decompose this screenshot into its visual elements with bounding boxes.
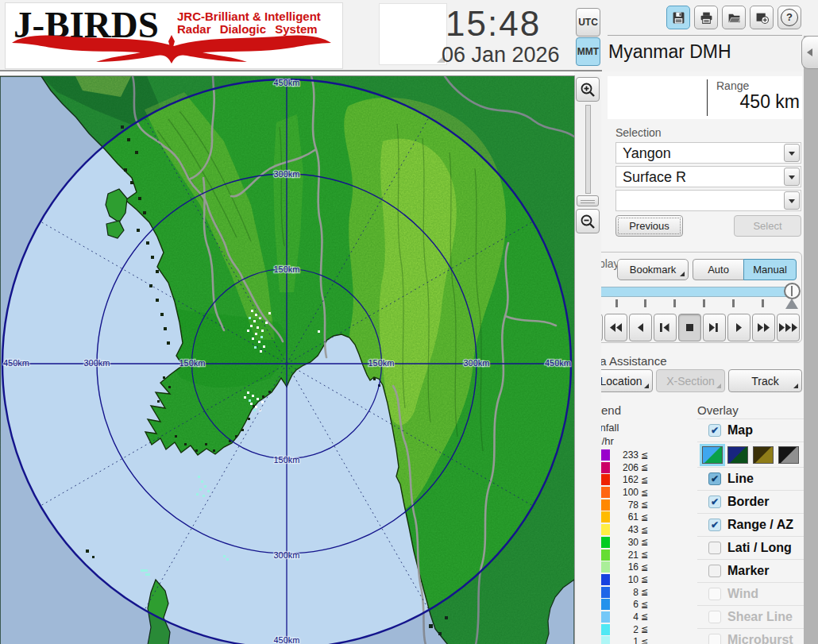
site-dropdown[interactable]: Yangon: [615, 142, 801, 164]
overlay-item-map[interactable]: ✔Map: [697, 418, 804, 442]
playback-stop-button[interactable]: [678, 314, 701, 341]
play-reverse-icon: [638, 323, 644, 332]
print-button[interactable]: [694, 6, 718, 29]
playback-fast-rewind-button[interactable]: [604, 314, 627, 341]
overlay-item-wind[interactable]: Wind: [697, 582, 804, 605]
side-collapse-strip[interactable]: [804, 36, 818, 644]
select-button[interactable]: Select: [734, 215, 801, 237]
stop-icon: [686, 323, 693, 332]
overlay-item-label: Map: [727, 423, 753, 438]
manual-mode-button[interactable]: Manual: [743, 259, 797, 280]
playback-step-forward-button[interactable]: [703, 314, 726, 341]
overlay-item-label: Microburst: [727, 633, 793, 644]
x-section-menu-button[interactable]: X-Section: [656, 369, 725, 392]
zoom-in-button[interactable]: [576, 77, 600, 102]
ring-label: 150km: [179, 358, 205, 368]
overlay-item-marker[interactable]: Marker: [697, 559, 804, 582]
checkbox-icon[interactable]: ✔: [708, 496, 721, 508]
eagle-logo-icon: [9, 33, 339, 68]
help-button[interactable]: ?: [777, 6, 801, 29]
playback-play-button[interactable]: [727, 314, 750, 341]
legend-lte-symbol: ≦: [641, 574, 648, 584]
legend-value: 162: [615, 474, 639, 485]
playback-play-reverse-button[interactable]: [629, 314, 652, 341]
legend-value: 6: [615, 599, 639, 610]
overlay-item-border[interactable]: ✔Border: [697, 490, 804, 513]
legend-lte-symbol: ≦: [641, 462, 648, 472]
legend-value: 21: [615, 550, 639, 561]
checkbox-icon[interactable]: [708, 588, 721, 600]
radar-map-canvas: 450km300km150km150km300km450km450km300km…: [0, 76, 574, 644]
auto-mode-button[interactable]: Auto: [693, 259, 744, 280]
header-bottom-rule: [0, 70, 602, 71]
option-dropdown[interactable]: [615, 190, 801, 211]
legend-value: 100: [615, 487, 639, 498]
replay-slider-handle[interactable]: [784, 283, 801, 299]
checkbox-icon[interactable]: [708, 634, 721, 644]
slider-end-marker[interactable]: [785, 299, 798, 309]
range-value: 450 km: [709, 91, 800, 113]
checkbox-icon[interactable]: ✔: [708, 472, 721, 485]
playback-fast-forward-button[interactable]: [752, 314, 775, 341]
clock-time: 15:48: [446, 4, 541, 44]
print-icon: [700, 11, 713, 25]
map-style-swatch-4[interactable]: [778, 446, 799, 464]
legend-value: 4: [615, 611, 639, 623]
zoom-out-button[interactable]: [576, 209, 600, 233]
save-icon: [672, 11, 685, 25]
checkbox-icon[interactable]: ✔: [708, 424, 721, 437]
checkbox-icon[interactable]: [708, 611, 721, 623]
bookmark-menu-button[interactable]: Bookmark: [617, 259, 689, 280]
checkbox-icon[interactable]: [708, 565, 721, 577]
map-style-swatch-1[interactable]: [702, 446, 723, 464]
map-style-swatch-3[interactable]: [753, 446, 774, 464]
slider-tick: [762, 299, 764, 307]
playback-fast-forward-3-button[interactable]: [777, 314, 800, 341]
product-dropdown[interactable]: Surface R: [615, 166, 801, 187]
chevron-down-icon[interactable]: [784, 191, 800, 210]
add-image-button[interactable]: [750, 6, 774, 29]
ring-label: 450km: [545, 358, 571, 368]
zoom-slider-track[interactable]: [585, 105, 591, 194]
overlay-item-shear-line[interactable]: Shear Line: [697, 605, 804, 628]
timezone-mmt-button[interactable]: MMT: [576, 37, 600, 66]
step-forward-icon: [709, 323, 720, 332]
chevron-down-icon[interactable]: [784, 144, 800, 162]
legend-lte-symbol: ≦: [641, 475, 648, 485]
panel-collapse-tab[interactable]: [801, 36, 818, 69]
logo-tagline-line1: JRC-Brilliant & Intelligent: [177, 10, 321, 23]
legend-value: 61: [615, 511, 639, 523]
map-style-swatch-2[interactable]: [727, 446, 748, 464]
replay-slider-track[interactable]: [587, 287, 799, 297]
overlay-item-line[interactable]: ✔Line: [697, 467, 804, 490]
map-style-row: [697, 442, 804, 467]
overlay-item-label: Lati / Long: [727, 541, 792, 555]
chevron-down-icon[interactable]: [784, 168, 800, 186]
legend-lte-symbol: ≦: [641, 499, 648, 510]
overlay-item-microburst[interactable]: Microburst: [697, 628, 804, 644]
open-folder-button[interactable]: [722, 6, 746, 29]
add-image-icon: [755, 11, 769, 25]
overlay-item-label: Line: [727, 472, 754, 486]
slider-tick: [673, 299, 676, 307]
slider-tick: [615, 299, 618, 307]
previous-button[interactable]: Previous: [615, 215, 683, 237]
legend-value: 2: [615, 624, 639, 635]
preview-thumbnail-box[interactable]: [379, 3, 447, 65]
fast-forward-icon: [758, 323, 770, 332]
help-icon: ?: [781, 9, 798, 26]
playback-step-back-button[interactable]: [654, 314, 677, 341]
legend-value: 16: [615, 561, 639, 573]
checkbox-icon[interactable]: [708, 542, 721, 554]
overlay-options: ✔Map✔Line✔Border✔Range / AZLati / LongMa…: [697, 418, 804, 644]
slider-tick: [732, 299, 735, 307]
station-title: Myanmar DMH: [608, 41, 731, 63]
save-button[interactable]: [666, 6, 690, 29]
track-menu-button[interactable]: Track: [728, 369, 802, 392]
overlay-item-range-az[interactable]: ✔Range / AZ: [697, 513, 804, 536]
overlay-item-lati-long[interactable]: Lati / Long: [697, 536, 804, 559]
timezone-utc-button[interactable]: UTC: [576, 8, 600, 37]
radar-map[interactable]: 450km300km150km150km300km450km450km300km…: [0, 75, 574, 644]
zoom-slider-handle[interactable]: [577, 195, 599, 206]
checkbox-icon[interactable]: ✔: [708, 519, 721, 531]
